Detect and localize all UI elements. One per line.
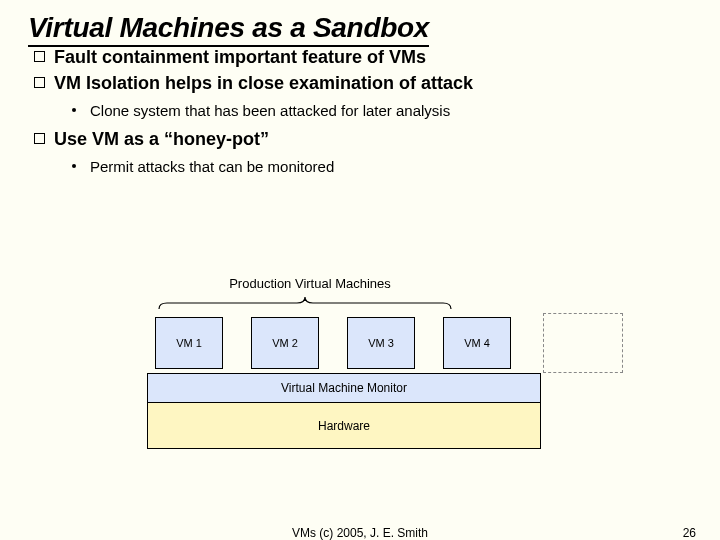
- copyright-text: VMs (c) 2005, J. E. Smith: [292, 526, 428, 540]
- vm-box: VM 3: [347, 317, 415, 369]
- ghost-vm-box: [543, 313, 623, 373]
- brace-icon: [145, 295, 465, 311]
- sub-bullet-item: Clone system that has been attacked for …: [54, 100, 692, 122]
- sub-bullet-item: Permit attacks that can be monitored: [54, 156, 692, 178]
- vmm-layer: Virtual Machine Monitor: [147, 373, 541, 403]
- architecture-diagram: Production Virtual Machines VM 1 VM 2 VM…: [145, 276, 575, 449]
- bullet-text: VM Isolation helps in close examination …: [54, 73, 473, 93]
- production-label: Production Virtual Machines: [155, 276, 465, 291]
- bullet-item: VM Isolation helps in close examination …: [28, 71, 692, 121]
- vm-box: VM 2: [251, 317, 319, 369]
- sub-bullet-list: Clone system that has been attacked for …: [54, 100, 692, 122]
- bullet-list: Fault containment important feature of V…: [28, 45, 692, 177]
- bullet-text: Use VM as a “honey-pot”: [54, 129, 269, 149]
- hardware-layer: Hardware: [147, 403, 541, 449]
- slide-title: Virtual Machines as a Sandbox: [28, 12, 429, 47]
- vm-box: VM 1: [155, 317, 223, 369]
- sub-bullet-list: Permit attacks that can be monitored: [54, 156, 692, 178]
- vm-row: VM 1 VM 2 VM 3 VM 4: [145, 317, 575, 369]
- page-number: 26: [683, 526, 696, 540]
- vm-box: VM 4: [443, 317, 511, 369]
- bullet-item: Use VM as a “honey-pot” Permit attacks t…: [28, 127, 692, 177]
- bullet-item: Fault containment important feature of V…: [28, 45, 692, 69]
